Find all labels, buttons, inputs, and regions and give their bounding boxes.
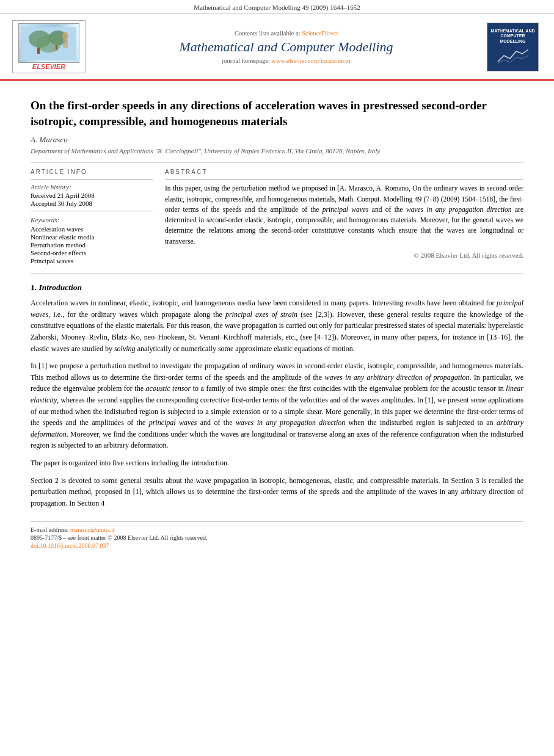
intro-paragraph-2: In [1] we propose a perturbation method … <box>31 360 523 451</box>
article-info-col: ARTICLE INFO Article history: Received 2… <box>31 169 153 265</box>
right-logo-title: MATHEMATICAL AND COMPUTER MODELLING <box>490 29 536 44</box>
main-content: On the first-order speeds in any directi… <box>0 81 554 561</box>
svg-rect-7 <box>63 40 68 48</box>
journal-center: Contents lists available at ScienceDirec… <box>92 30 481 64</box>
svg-rect-5 <box>56 45 57 50</box>
article-title: On the first-order speeds in any directi… <box>31 98 523 129</box>
journal-header: ELSEVIER Contents lists available at Sci… <box>0 14 554 81</box>
available-text: Contents lists available at ScienceDirec… <box>92 30 481 37</box>
sciencedirect-link[interactable]: ScienceDirect <box>302 30 338 37</box>
received-date: Received 21 April 2008 <box>31 192 153 199</box>
elsevier-wordmark: ELSEVIER <box>32 63 65 70</box>
homepage-link[interactable]: www.elsevier.com/locate/mcm <box>271 57 350 64</box>
abstract-label: ABSTRACT <box>165 169 523 175</box>
email-link[interactable]: marasco@unina.it <box>70 526 115 533</box>
email-footnote: E-mail address: marasco@unina.it <box>31 526 523 533</box>
keyword-1: Acceleration waves <box>31 225 153 233</box>
abstract-divider <box>165 179 523 180</box>
affiliation: Department of Mathematics and Applicatio… <box>31 147 523 154</box>
svg-point-6 <box>62 32 68 40</box>
accepted-date: Accepted 30 July 2008 <box>31 200 153 207</box>
abstract-text: In this paper, using the perturbation me… <box>165 183 523 247</box>
author-name: A. Marasco <box>31 135 523 145</box>
right-logo-box: MATHEMATICAL AND COMPUTER MODELLING <box>487 23 539 71</box>
info-divider <box>31 179 153 180</box>
history-label: Article history: <box>31 183 153 191</box>
journal-homepage: journal homepage: www.elsevier.com/locat… <box>92 57 481 64</box>
doi-link[interactable]: doi:10.1016/j.mcm.2008.07.037 <box>31 542 109 549</box>
info-divider-2 <box>31 211 153 211</box>
abstract-col: ABSTRACT In this paper, using the pertur… <box>165 169 523 265</box>
keyword-3: Perturbation method <box>31 241 153 249</box>
keywords-label: Keywords: <box>31 216 153 224</box>
keyword-5: Principal waves <box>31 257 153 264</box>
divider-1 <box>31 162 523 162</box>
section-1-title: 1. Introduction <box>31 283 523 293</box>
article-info-abstract: ARTICLE INFO Article history: Received 2… <box>31 169 523 265</box>
email-label: E-mail address: <box>31 526 68 533</box>
elsevier-logo-area: ELSEVIER <box>12 20 86 73</box>
journal-title: Mathematical and Computer Modelling <box>92 39 481 55</box>
article-info-label: ARTICLE INFO <box>31 169 153 175</box>
top-bar: Mathematical and Computer Modelling 49 (… <box>0 0 554 14</box>
footer-area: E-mail address: marasco@unina.it 0895-71… <box>31 521 523 549</box>
journal-citation: Mathematical and Computer Modelling 49 (… <box>194 4 360 11</box>
elsevier-logo-box: ELSEVIER <box>12 20 86 73</box>
svg-rect-4 <box>37 48 40 54</box>
intro-paragraph-1: Acceleration waves in nonlinear, elastic… <box>31 297 523 354</box>
keyword-4: Second-order effects <box>31 249 153 256</box>
intro-paragraph-3: The paper is organized into five section… <box>31 457 523 469</box>
divider-2 <box>31 274 523 274</box>
doi-text: doi:10.1016/j.mcm.2008.07.037 <box>31 542 523 549</box>
section-name: Introduction <box>39 283 82 292</box>
section-num: 1. <box>31 283 37 292</box>
intro-paragraph-4: Section 2 is devoted to some general res… <box>31 475 523 509</box>
journal-right-logo: MATHEMATICAL AND COMPUTER MODELLING <box>487 23 542 71</box>
copyright-line: © 2008 Elsevier Ltd. All rights reserved… <box>165 252 523 259</box>
keyword-2: Nonlinear elastic media <box>31 233 153 241</box>
copyright-footnote: 0895-7177/$ – see front matter © 2008 El… <box>31 534 523 541</box>
elsevier-image <box>18 23 79 63</box>
